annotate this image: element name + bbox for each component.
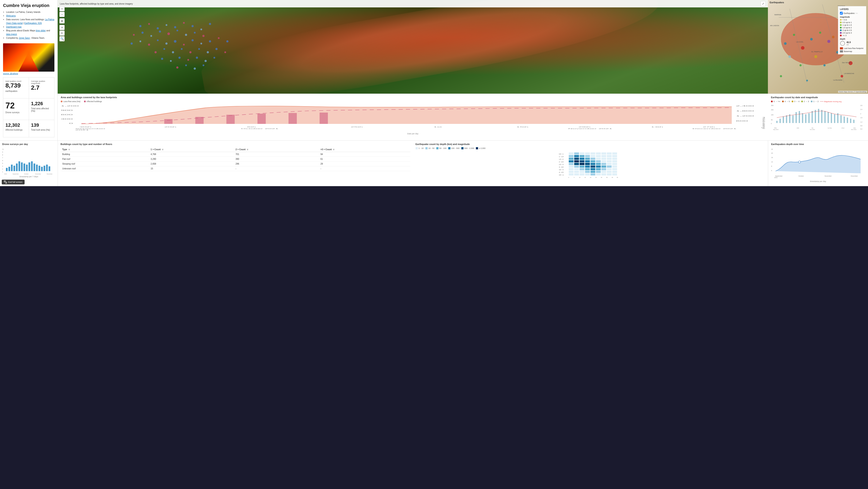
svg-rect-283 xyxy=(612,173,617,175)
table-row: Unknown roof 15 - - xyxy=(61,166,410,171)
svg-text:27th: 27th xyxy=(703,126,715,127)
svg-rect-278 xyxy=(585,173,590,175)
center-lava-map[interactable]: Lava flow footprints, affected buildings… xyxy=(58,0,768,94)
layers-button[interactable]: ≡ xyxy=(59,25,65,30)
svg-rect-131 xyxy=(799,111,800,123)
svg-text:3: 3 xyxy=(2,166,3,167)
col-count1[interactable]: 1 > Count ∨ xyxy=(149,147,234,152)
svg-text:12: 12 xyxy=(771,161,773,163)
svg-rect-236 xyxy=(601,160,606,163)
depth-section: depth 46.9 16 xyxy=(840,38,864,46)
svg-text:25th: 25th xyxy=(350,126,363,127)
exit-fullscreen-icon xyxy=(4,180,7,183)
svg-rect-268 xyxy=(580,171,584,173)
stat-drone-surveys: 72 Drone surveys xyxy=(3,98,29,120)
area-chart-legend: Lava flow area (Ha) Affected buildings xyxy=(61,100,765,103)
svg-text:600: 600 xyxy=(736,120,748,122)
svg-text:3.5→4: 3.5→4 xyxy=(559,169,563,170)
map-attribution: Elastic Maps Service | © OpenStreetMap xyxy=(838,91,867,93)
svg-text:December 2021: December 2021 xyxy=(692,128,737,129)
svg-rect-270 xyxy=(590,171,595,173)
dashboard-item[interactable]: Dashboard map xyxy=(6,25,54,29)
svg-text:0: 0 xyxy=(69,122,73,124)
svg-text:0.8: 0.8 xyxy=(860,125,862,126)
expand-map-button[interactable]: ⤢ xyxy=(761,1,766,6)
svg-rect-205 xyxy=(580,152,584,154)
svg-text:October 2021: October 2021 xyxy=(241,128,279,129)
col-type[interactable]: Type ∨ xyxy=(61,147,149,152)
svg-text:13th: 13th xyxy=(853,127,856,129)
table-row: Slooping roof 2,658 296 29 xyxy=(61,162,410,166)
volcano-image xyxy=(3,43,54,71)
svg-rect-146 xyxy=(847,118,848,123)
svg-text:1→1.5: 1→1.5 xyxy=(559,156,563,157)
svg-rect-209 xyxy=(601,152,606,154)
svg-rect-181 xyxy=(41,167,43,171)
svg-rect-94 xyxy=(257,114,266,124)
svg-rect-171 xyxy=(16,164,18,171)
svg-text:16: 16 xyxy=(771,157,773,158)
svg-rect-221 xyxy=(568,157,574,160)
svg-rect-269 xyxy=(585,171,590,173)
webcams-item[interactable]: Webcams xyxy=(6,14,54,18)
svg-text:October: October xyxy=(24,173,29,175)
svg-rect-271 xyxy=(596,171,600,173)
svg-text:900: 900 xyxy=(61,110,73,111)
svg-text:1.2: 1.2 xyxy=(860,121,862,123)
svg-text:October: October xyxy=(798,175,804,177)
svg-rect-244 xyxy=(596,163,600,165)
zoom-in-button[interactable]: + xyxy=(59,6,65,11)
svg-text:250: 250 xyxy=(771,109,774,111)
inspect-button[interactable]: 🔍 xyxy=(59,36,65,41)
svg-rect-125 xyxy=(779,119,781,123)
svg-text:November: November xyxy=(825,175,832,177)
earthquakes-checkbox[interactable] xyxy=(840,12,843,15)
exit-fullscreen-button[interactable]: Exit full screen xyxy=(2,180,25,184)
svg-rect-265 xyxy=(612,168,617,170)
eq-legend: 5 → +∞ 4 → 5 3 → 4 2 → 3 1 → 2 Magnitude… xyxy=(771,100,865,103)
basemap-legend: Basemap xyxy=(840,50,864,53)
svg-text:13th: 13th xyxy=(797,127,799,129)
svg-text:1.6: 1.6 xyxy=(860,117,862,118)
svg-rect-250 xyxy=(580,166,584,168)
heatmap-svg: 0.5→1 1→1.5 1.5→2 2→2.5 2.5→3 3→3.5 3.5→… xyxy=(415,151,766,179)
svg-rect-206 xyxy=(585,152,590,154)
col-count2[interactable]: 2 > Count ∨ xyxy=(234,147,319,152)
compass-button[interactable]: ⊕ xyxy=(59,18,65,24)
edit-button[interactable]: ✏ xyxy=(59,30,65,36)
svg-rect-245 xyxy=(601,163,606,165)
svg-rect-239 xyxy=(568,163,574,165)
svg-text:December: December xyxy=(47,173,53,175)
svg-rect-140 xyxy=(828,112,829,123)
image-source[interactable]: source: @cahora xyxy=(3,73,54,75)
svg-text:2: 2 xyxy=(2,168,3,170)
svg-rect-136 xyxy=(815,110,816,123)
svg-rect-232 xyxy=(580,160,584,163)
svg-text:15th: 15th xyxy=(516,126,529,127)
exit-fullscreen-label: Exit full screen xyxy=(8,181,23,183)
svg-rect-135 xyxy=(812,111,813,123)
svg-rect-241 xyxy=(580,163,584,165)
svg-rect-204 xyxy=(574,152,579,154)
drone-x-label: timestamp per 7 days xyxy=(2,175,56,178)
area-chart-svg-container: 1,200 900 600 300 0 2,400 1,800 1,200 60… xyxy=(61,104,765,132)
count3-sort-icon: ∨ xyxy=(333,148,335,151)
svg-text:45: 45 xyxy=(616,177,618,178)
svg-rect-95 xyxy=(288,113,297,124)
svg-rect-259 xyxy=(580,168,584,170)
svg-text:2: 2 xyxy=(860,113,861,115)
svg-text:2→2.5: 2→2.5 xyxy=(559,161,563,163)
svg-rect-261 xyxy=(590,168,595,170)
area-chart-panel: Area and buildings covered by the lava f… xyxy=(58,94,768,140)
zoom-out-button[interactable]: − xyxy=(59,12,65,17)
col-count3[interactable]: >3 > Count ∨ xyxy=(319,147,410,152)
svg-text:30: 30 xyxy=(600,177,602,178)
svg-rect-218 xyxy=(601,155,606,157)
earthquakes-layer-toggle[interactable]: Earthquakes ○○ xyxy=(840,12,864,15)
svg-text:40: 40 xyxy=(612,177,613,178)
svg-text:2021: 2021 xyxy=(4,173,7,175)
svg-rect-183 xyxy=(46,165,48,171)
earthquake-map[interactable]: Earthquakes xyxy=(768,0,868,94)
svg-text:25: 25 xyxy=(595,177,597,178)
svg-rect-129 xyxy=(792,115,794,123)
